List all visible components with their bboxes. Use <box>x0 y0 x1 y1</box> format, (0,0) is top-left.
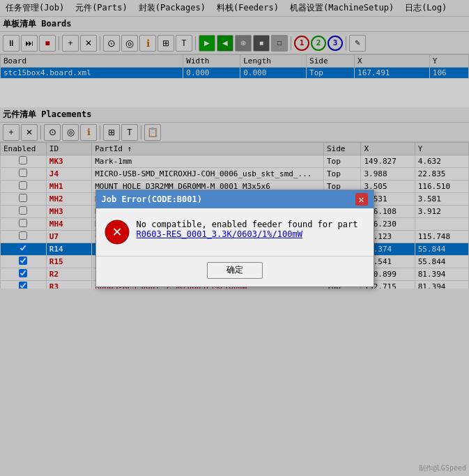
dialog-ok-btn[interactable]: 确定 <box>207 262 263 279</box>
dialog-message: No compatible, enabled feeder found for … <box>137 220 358 239</box>
dialog-close-btn[interactable]: ✕ <box>355 193 368 206</box>
dialog-title-bar: Job Error(CODE:B001) ✕ <box>96 190 374 208</box>
dialog-msg-line1: No compatible, enabled feeder found for … <box>137 220 358 229</box>
svg-text:✕: ✕ <box>112 222 121 240</box>
error-icon: ✕ <box>105 220 130 245</box>
dialog-msg-line2: R0603-RES_0001_3.3K/0603/1%/100mW <box>137 229 358 239</box>
dialog-footer: 确定 <box>96 256 374 284</box>
dialog-overlay: Job Error(CODE:B001) ✕ ✕ No compatible, … <box>0 0 469 476</box>
dialog-content: ✕ No compatible, enabled feeder found fo… <box>96 208 374 256</box>
dialog-title: Job Error(CODE:B001) <box>102 194 203 204</box>
error-dialog: Job Error(CODE:B001) ✕ ✕ No compatible, … <box>95 190 374 287</box>
